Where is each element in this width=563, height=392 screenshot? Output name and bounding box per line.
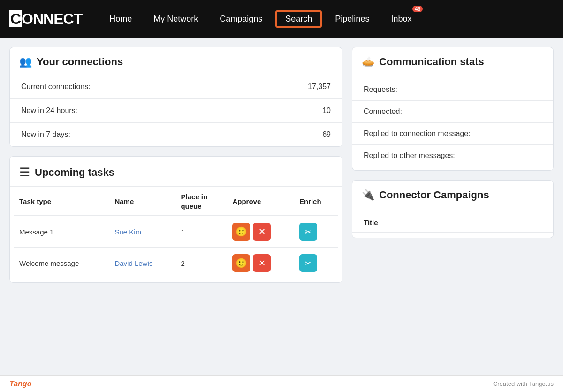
approve-button-1[interactable]: 🙂: [232, 223, 250, 241]
col-place-in-queue: Place in queue: [175, 187, 227, 216]
nav-links: Home My Network Campaigns Search Pipelin…: [101, 10, 420, 28]
task-name-2[interactable]: David Lewis: [109, 248, 175, 279]
approve-group-2: 🙂 ✕: [232, 254, 288, 272]
tasks-title: Upcoming tasks: [35, 166, 114, 179]
col-enrich: Enrich: [294, 187, 338, 216]
task-queue-1: 1: [175, 216, 227, 248]
comm-row-replied-connection: Replied to connection message:: [352, 123, 553, 145]
connections-row-24h: New in 24 hours: 10: [10, 99, 342, 123]
col-task-type: Task type: [14, 187, 109, 216]
nav-search[interactable]: Search: [275, 10, 322, 28]
nav-campaigns[interactable]: Campaigns: [211, 10, 271, 28]
inbox-badge: 46: [412, 6, 423, 12]
nav-inbox[interactable]: Inbox46: [382, 10, 420, 28]
task-name-link-2[interactable]: David Lewis: [114, 259, 152, 267]
task-row-2: Welcome message David Lewis 2 🙂 ✕ ✂: [14, 248, 338, 279]
enrich-button-1[interactable]: ✂: [299, 223, 317, 241]
approve-group-1: 🙂 ✕: [232, 223, 288, 241]
comm-stats-card: 🥧 Communication stats Requests: Connecte…: [352, 47, 554, 171]
navbar: CONNECT Home My Network Campaigns Search…: [0, 0, 563, 38]
connections-card-header: 👥 Your connections: [10, 47, 342, 75]
comm-stats-header: 🥧 Communication stats: [352, 47, 553, 75]
col-name: Name: [109, 187, 175, 216]
connections-row-current: Current connections: 17,357: [10, 75, 342, 99]
comm-row-requests: Requests:: [352, 79, 553, 101]
enrich-button-2[interactable]: ✂: [299, 254, 317, 272]
new-24h-label: New in 24 hours:: [21, 106, 77, 115]
comm-row-replied-other: Replied to other messages:: [352, 145, 553, 166]
nav-my-network[interactable]: My Network: [145, 10, 206, 28]
comm-stats-body: Requests: Connected: Replied to connecti…: [352, 75, 553, 170]
comm-row-connected: Connected:: [352, 101, 553, 123]
footer-credit: Created with Tango.us: [493, 380, 554, 387]
current-connections-value: 17,357: [308, 83, 331, 91]
campaigns-body: Title: [352, 208, 553, 238]
comm-stats-icon: 🥧: [362, 56, 374, 68]
task-name-link-1[interactable]: Sue Kim: [114, 228, 141, 236]
task-approve-2: 🙂 ✕: [227, 248, 294, 279]
right-column: 🥧 Communication stats Requests: Connecte…: [352, 47, 554, 383]
left-column: 👥 Your connections Current connections: …: [9, 47, 342, 383]
nav-pipelines[interactable]: Pipelines: [327, 10, 378, 28]
task-enrich-2: ✂: [294, 248, 338, 279]
task-row-1: Message 1 Sue Kim 1 🙂 ✕ ✂: [14, 216, 338, 248]
new-7d-value: 69: [322, 130, 331, 139]
reject-button-1[interactable]: ✕: [253, 223, 271, 241]
nav-home[interactable]: Home: [101, 10, 140, 28]
comm-stats-title: Communication stats: [379, 56, 484, 68]
campaigns-table-header: Title: [352, 213, 553, 233]
campaigns-icon: 🔌: [362, 189, 374, 201]
tasks-table-header-row: Task type Name Place in queue Approve En…: [14, 187, 338, 216]
footer-logo: Tango: [9, 380, 31, 388]
tasks-table-container: Task type Name Place in queue Approve En…: [10, 187, 342, 282]
tasks-table: Task type Name Place in queue Approve En…: [14, 187, 338, 279]
tasks-card-header: ☰ Upcoming tasks: [10, 157, 342, 187]
new-24h-value: 10: [322, 106, 331, 115]
new-7d-label: New in 7 days:: [21, 130, 70, 139]
campaigns-header: 🔌 Connector Campaigns: [352, 181, 553, 208]
campaigns-title: Connector Campaigns: [379, 189, 489, 201]
task-enrich-1: ✂: [294, 216, 338, 248]
app-logo[interactable]: CONNECT: [9, 10, 82, 28]
current-connections-label: Current connections:: [21, 83, 91, 91]
connections-card: 👥 Your connections Current connections: …: [9, 47, 342, 147]
footer: Tango Created with Tango.us: [0, 375, 563, 392]
connections-table: Current connections: 17,357 New in 24 ho…: [10, 75, 342, 146]
approve-button-2[interactable]: 🙂: [232, 254, 250, 272]
task-queue-2: 2: [175, 248, 227, 279]
connections-icon: 👥: [19, 56, 32, 68]
main-content: 👥 Your connections Current connections: …: [0, 38, 563, 392]
connections-title: Your connections: [37, 56, 123, 68]
tasks-icon: ☰: [19, 165, 30, 180]
task-name-1[interactable]: Sue Kim: [109, 216, 175, 248]
task-type-1: Message 1: [14, 216, 109, 248]
task-approve-1: 🙂 ✕: [227, 216, 294, 248]
task-type-2: Welcome message: [14, 248, 109, 279]
upcoming-tasks-card: ☰ Upcoming tasks Task type Name Place in…: [9, 156, 342, 283]
reject-button-2[interactable]: ✕: [253, 254, 271, 272]
connections-row-7d: New in 7 days: 69: [10, 123, 342, 146]
col-approve: Approve: [227, 187, 294, 216]
connector-campaigns-card: 🔌 Connector Campaigns Title: [352, 180, 554, 238]
